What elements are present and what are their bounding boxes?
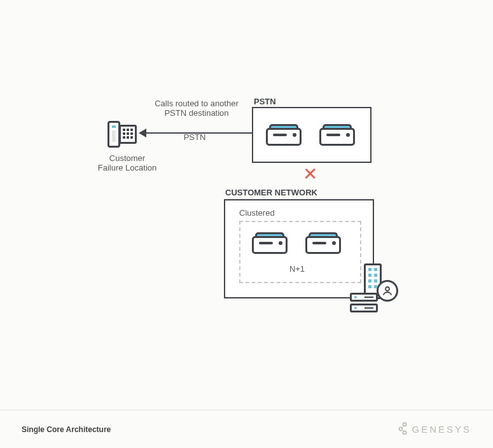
drive-icon <box>252 232 288 254</box>
phone-icon <box>108 121 138 148</box>
user-icon <box>377 280 398 302</box>
drive-icon <box>266 124 302 146</box>
pstn-box-label: PSTN <box>254 97 276 106</box>
customer-network-box: Clustered N+1 <box>224 199 374 298</box>
failure-x-icon: ✕ <box>303 165 317 183</box>
svg-point-0 <box>385 287 389 291</box>
customer-device-label: CustomerFailure Location <box>85 153 170 172</box>
footer-title: Single Core Architecture <box>22 425 111 434</box>
diagram-canvas: PSTN Calls routed to anotherPSTN destina… <box>0 0 493 448</box>
customer-network-label: CUSTOMER NETWORK <box>225 188 317 197</box>
server-icon <box>350 293 378 314</box>
genesys-mark-icon <box>398 422 408 437</box>
clustered-label: Clustered <box>239 208 275 218</box>
svg-point-2 <box>399 427 403 430</box>
svg-point-1 <box>403 423 406 426</box>
drive-icon <box>319 124 355 146</box>
nplus1-label: N+1 <box>281 264 313 274</box>
genesys-wordmark: GENESYS <box>412 424 471 435</box>
pstn-box <box>252 107 371 163</box>
drive-icon <box>305 232 341 254</box>
arrow-label-bottom: PSTN <box>169 132 220 142</box>
arrow-head-icon <box>139 129 146 137</box>
footer: Single Core Architecture GENESYS <box>0 410 493 448</box>
arrow-label-top: Calls routed to anotherPSTN destination <box>142 99 251 118</box>
svg-point-3 <box>403 431 406 434</box>
genesys-logo: GENESYS <box>398 422 471 437</box>
